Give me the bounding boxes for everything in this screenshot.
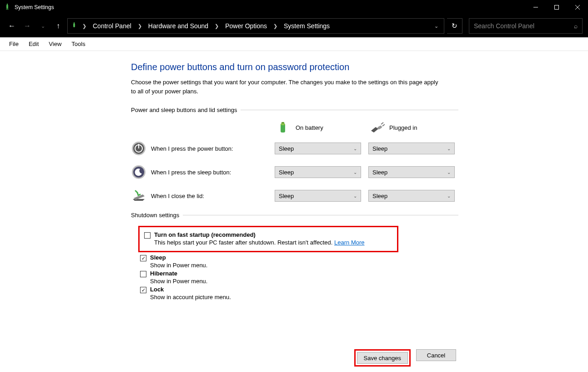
sleep-button-plugged-select[interactable]: Sleep⌄: [368, 166, 455, 178]
row-sleep-button: When I press the sleep button: Sleep⌄ Sl…: [131, 164, 458, 180]
search-box[interactable]: ⌕: [469, 18, 583, 34]
breadcrumb-item[interactable]: System Settings: [282, 21, 332, 31]
nav-back-button[interactable]: ←: [5, 20, 18, 32]
svg-rect-8: [74, 22, 75, 24]
svg-line-14: [382, 124, 385, 126]
page-description: Choose the power settings that you want …: [131, 78, 440, 96]
address-dropdown[interactable]: ⌄: [432, 23, 441, 29]
svg-rect-7: [73, 23, 75, 27]
sleep-button-icon: [131, 164, 146, 180]
checkbox-icon: [140, 287, 146, 293]
checkbox-icon: [140, 271, 146, 277]
footer: Save changes Cancel: [0, 349, 588, 367]
learn-more-link[interactable]: Learn More: [334, 239, 364, 246]
app-icon: [4, 4, 11, 11]
lid-icon: [131, 188, 146, 204]
nav-bar: ← → ⌄ ↑ ❯ Control Panel ❯ Hardware and S…: [0, 15, 588, 37]
breadcrumb-item[interactable]: Control Panel: [91, 21, 133, 31]
checkbox-lock[interactable]: LockShow in account picture menu.: [140, 286, 458, 301]
row-label: When I press the power button:: [151, 145, 233, 152]
content-area: Define power buttons and turn on passwor…: [0, 51, 588, 301]
row-label: When I press the sleep button:: [151, 169, 231, 176]
power-button-plugged-select[interactable]: Sleep⌄: [368, 143, 455, 154]
minimize-button[interactable]: [525, 0, 546, 15]
svg-line-13: [381, 122, 383, 124]
chevron-down-icon: ⌄: [447, 170, 451, 175]
svg-rect-0: [6, 5, 8, 9]
nav-recent-dropdown[interactable]: ⌄: [36, 20, 49, 32]
menu-edit[interactable]: Edit: [24, 39, 43, 49]
nav-up-button[interactable]: ↑: [52, 20, 65, 32]
sleep-button-battery-select[interactable]: Sleep⌄: [275, 166, 361, 178]
breadcrumb-item[interactable]: Hardware and Sound: [146, 21, 210, 31]
checkbox-sleep[interactable]: SleepShow in Power menu.: [140, 254, 458, 269]
lid-battery-select[interactable]: Sleep⌄: [275, 190, 361, 202]
nav-forward-button[interactable]: →: [21, 20, 34, 32]
chevron-right-icon[interactable]: ❯: [135, 23, 145, 29]
checkbox-icon: [144, 232, 151, 239]
chevron-right-icon[interactable]: ❯: [80, 23, 89, 29]
menu-bar: File Edit View Tools: [0, 37, 588, 51]
svg-point-2: [6, 9, 9, 10]
cancel-button[interactable]: Cancel: [416, 349, 456, 361]
chevron-down-icon: ⌄: [353, 146, 357, 151]
power-button-icon: [131, 141, 146, 156]
svg-point-11: [281, 123, 285, 125]
section-shutdown: Shutdown settings: [131, 212, 458, 219]
menu-tools[interactable]: Tools: [67, 39, 90, 49]
power-button-battery-select[interactable]: Sleep⌄: [275, 143, 361, 154]
svg-rect-4: [555, 5, 559, 10]
battery-icon: [275, 121, 291, 134]
section-power-buttons: Power and sleep buttons and lid settings: [131, 107, 458, 113]
search-icon[interactable]: ⌕: [574, 22, 578, 30]
row-label: When I close the lid:: [151, 193, 204, 199]
search-input[interactable]: [474, 22, 574, 30]
menu-file[interactable]: File: [5, 39, 23, 49]
chevron-down-icon: ⌄: [447, 146, 451, 151]
address-icon: [70, 22, 78, 30]
menu-view[interactable]: View: [44, 39, 66, 49]
window-title: System Settings: [15, 4, 525, 10]
checkbox-fast-startup[interactable]: Turn on fast startup (recommended) This …: [144, 231, 392, 246]
chevron-right-icon[interactable]: ❯: [271, 23, 280, 29]
chevron-down-icon: ⌄: [447, 194, 451, 199]
title-bar: System Settings: [0, 0, 588, 15]
chevron-down-icon: ⌄: [353, 170, 357, 175]
refresh-button[interactable]: ↻: [447, 18, 462, 34]
row-close-lid: When I close the lid: Sleep⌄ Sleep⌄: [131, 188, 458, 204]
breadcrumb-item[interactable]: Power Options: [223, 21, 269, 31]
plug-icon: [368, 121, 385, 134]
chevron-right-icon[interactable]: ❯: [212, 23, 221, 29]
highlight-fast-startup: Turn on fast startup (recommended) This …: [138, 226, 398, 252]
page-heading: Define power buttons and turn on passwor…: [131, 62, 458, 72]
checkbox-hibernate[interactable]: HibernateShow in Power menu.: [140, 270, 458, 285]
save-button[interactable]: Save changes: [357, 352, 408, 364]
row-power-button: When I press the power button: Sleep⌄ Sl…: [131, 141, 458, 156]
column-plugged-in: Plugged in: [368, 121, 455, 134]
address-bar[interactable]: ❯ Control Panel ❯ Hardware and Sound ❯ P…: [67, 18, 444, 34]
column-on-battery: On battery: [275, 121, 361, 134]
lid-plugged-select[interactable]: Sleep⌄: [368, 190, 455, 202]
highlight-save: Save changes: [354, 349, 411, 367]
checkbox-icon: [140, 255, 146, 261]
close-button[interactable]: [567, 0, 588, 15]
maximize-button[interactable]: [546, 0, 567, 15]
svg-rect-1: [7, 4, 8, 5]
chevron-down-icon: ⌄: [353, 194, 357, 199]
